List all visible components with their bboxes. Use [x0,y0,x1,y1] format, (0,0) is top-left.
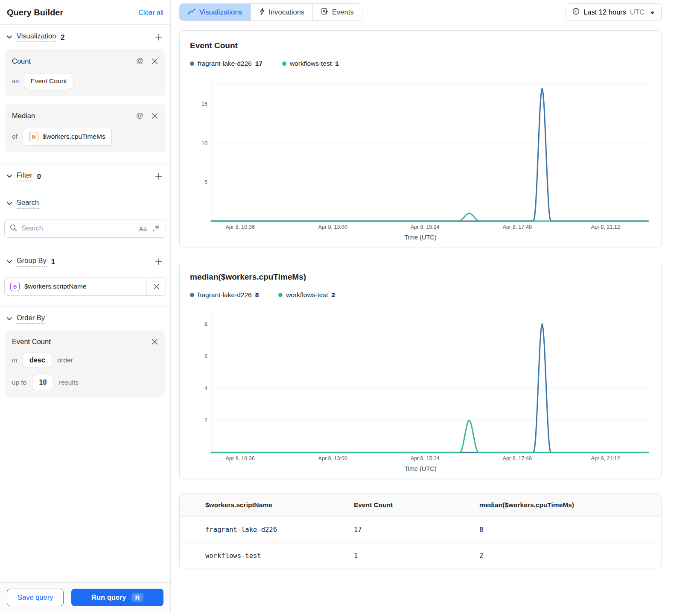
legend-dot [278,293,283,297]
limit-field[interactable]: 10 [32,375,53,390]
in-label: in [12,356,17,364]
chevron-down-icon[interactable] [6,35,13,40]
group-by-field-selector[interactable]: S $workers.scriptName [5,282,146,291]
table-header-row: $workers.scriptName Event Count median($… [180,493,661,517]
cell-event-count: 1 [354,552,479,560]
run-query-button[interactable]: Run query R [71,589,163,606]
search-section-label: Search [17,198,39,209]
legend-item-workflows-test[interactable]: workflows-test1 [282,60,339,67]
search-box: Aa [4,219,166,238]
caret-down-icon [650,8,655,16]
close-icon[interactable] [151,112,158,120]
y-tick-label: 4 [204,385,207,391]
search-input[interactable] [21,225,135,232]
legend-series-total: 2 [331,291,335,299]
clear-all-button[interactable]: Clear all [138,9,163,17]
cell-median: 2 [479,552,661,560]
count-alias-field[interactable]: Event Count [24,73,73,89]
median-cputime-chart: 2468Apr 8, 10:36Apr 8, 13:00Apr 8, 15:24… [190,312,651,462]
regex-icon[interactable] [151,224,160,233]
add-group-by-button[interactable] [154,257,163,266]
cell-event-count: 17 [354,526,479,534]
chart-title: median($workers.cpuTimeMs) [190,272,651,282]
time-zone-label: UTC [630,8,645,16]
tab-events-label: Events [332,8,353,16]
save-query-button[interactable]: Save query [7,589,64,606]
tab-visualizations[interactable]: Visualizations [180,4,251,20]
sidebar-footer: Save query Run query R [0,582,170,613]
sort-direction-selector[interactable]: desc [23,353,52,368]
time-range-selector[interactable]: Last 12 hours UTC [566,3,662,21]
legend-dot [282,61,286,66]
legend-series-name: workflows-test [286,291,328,299]
x-axis-title: Time (UTC) [190,234,651,241]
x-tick-label: Apr 8, 13:00 [318,455,347,461]
case-sensitive-icon[interactable]: Aa [139,225,147,232]
legend-item-fragrant-lake-d226[interactable]: fragrant-lake-d2268 [190,291,259,299]
column-header-event-count: Event Count [354,501,479,509]
x-tick-label: Apr 8, 21:12 [591,455,620,461]
chevron-down-icon[interactable] [6,316,13,321]
add-visualization-button[interactable] [154,32,163,42]
legend-dot [190,61,194,66]
group-by-field-value: $workers.scriptName [24,283,87,290]
order-label: order [58,356,73,364]
legend-series-total: 8 [255,291,259,299]
group-by-section-label: Group By [17,257,47,267]
query-builder-sidebar: Query Builder Clear all Visualization 2 … [0,0,171,613]
group-by-section-header: Group By 1 [0,249,170,273]
app-root: Query Builder Clear all Visualization 2 … [0,0,700,613]
as-label: as [12,77,19,85]
remove-group-by-button[interactable] [147,277,166,295]
add-filter-button[interactable] [154,172,163,181]
chart-legend: fragrant-lake-d22617workflows-test1 [190,60,651,67]
mention-icon[interactable]: @ [135,56,144,66]
order-by-field: Event Count [12,338,144,346]
count-visualization-card: Count @ as Event Count [5,49,165,96]
chevron-down-icon[interactable] [6,259,13,264]
number-type-icon: N [29,132,38,141]
column-header-script-name: $workers.scriptName [205,501,354,509]
results-label: results [59,379,79,386]
x-tick-label: Apr 8, 17:48 [503,455,532,461]
x-tick-label: Apr 8, 17:48 [503,224,532,230]
legend-item-fragrant-lake-d226[interactable]: fragrant-lake-d22617 [190,60,262,67]
results-table: $workers.scriptName Event Count median($… [179,493,662,569]
clock-icon [572,8,580,17]
series-line-fragrant-lake-d226 [211,88,648,221]
series-line-workflows-test [211,420,648,452]
page-title: Query Builder [7,8,63,18]
close-icon[interactable] [151,338,158,345]
x-tick-label: Apr 8, 10:36 [226,224,255,230]
y-tick-label: 6 [204,353,207,359]
search-section: Search Aa [0,191,170,249]
chevron-down-icon[interactable] [6,174,13,179]
close-icon[interactable] [151,58,158,65]
of-label: of [12,133,18,140]
median-cputime-chart-card: median($workers.cpuTimeMs) fragrant-lake… [179,262,662,479]
group-by-value-box: S $workers.scriptName [4,277,166,296]
order-by-section-header: Order By [0,306,170,330]
legend-item-workflows-test[interactable]: workflows-test2 [278,291,335,299]
tab-events[interactable]: Events [312,4,362,20]
tab-visualizations-label: Visualizations [199,8,242,16]
legend-dot [190,293,194,297]
median-field-selector[interactable]: N $workers.cpuTimeMs [23,128,112,146]
y-tick-label: 5 [204,179,207,185]
table-row-workflows-test[interactable]: workflows-test12 [180,543,661,569]
chevron-down-icon[interactable] [6,201,13,206]
series-line-workflows-test [211,213,648,221]
tab-invocations[interactable]: Invocations [251,4,312,20]
mention-icon[interactable]: @ [135,111,144,121]
sidebar-header: Query Builder Clear all [0,0,170,24]
tab-invocations-label: Invocations [269,8,304,16]
x-tick-label: Apr 8, 21:12 [591,224,620,230]
x-tick-label: Apr 8, 10:36 [226,455,255,461]
table-row-fragrant-lake-d226[interactable]: fragrant-lake-d226178 [180,517,661,543]
median-card-title: Median [12,112,128,120]
x-axis-title: Time (UTC) [190,465,651,472]
visualization-section: Visualization 2 Count @ as Event Count [0,24,170,163]
group-by-count: 1 [51,258,55,266]
group-by-section: Group By 1 S $workers.scriptName [0,249,170,306]
median-field-value: $workers.cpuTimeMs [43,133,105,140]
